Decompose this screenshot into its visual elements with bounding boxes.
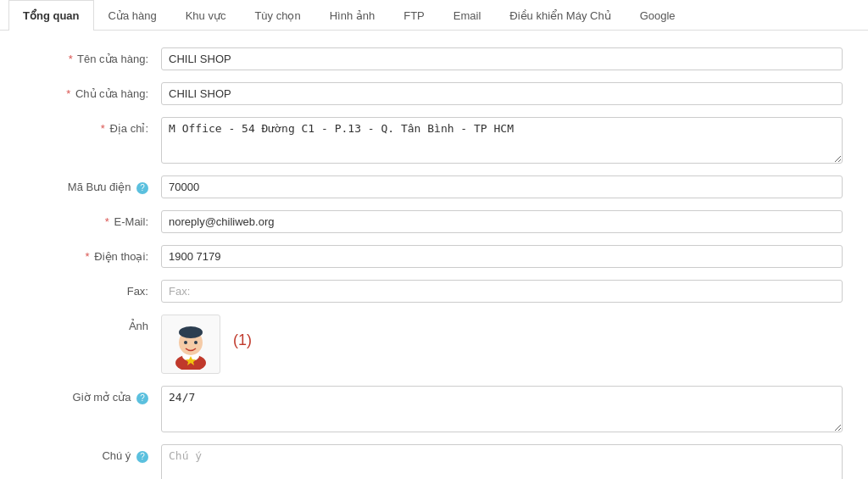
required-star-3: * [101,122,105,135]
email-row: * E-Mail: [25,210,843,233]
store-name-label: * Tên cửa hàng: [25,47,161,65]
phone-row: * Điện thoại: [25,245,843,268]
required-star-4: * [105,215,109,228]
postal-input[interactable] [161,175,843,198]
tab-tong-quan[interactable]: Tổng quan [8,0,94,31]
tab-cua-hang[interactable]: Cửa hàng [94,0,171,31]
opening-row: Giờ mở cửa ? 24/7 [25,386,843,432]
tab-dieu-khien[interactable]: Điều khiển Máy Chủ [495,0,625,31]
tab-tuy-chon[interactable]: Tùy chọn [240,0,314,31]
store-owner-input[interactable] [161,82,843,105]
postal-label: Mã Bưu điện ? [25,175,161,194]
postal-row: Mã Bưu điện ? [25,175,843,198]
note-input[interactable] [161,444,843,479]
store-owner-label: * Chủ cửa hàng: [25,82,161,100]
tab-khu-vuc[interactable]: Khu vực [171,0,241,31]
image-area: (1) [161,315,252,374]
note-help-icon[interactable]: ? [136,451,148,463]
store-owner-row: * Chủ cửa hàng: [25,82,843,105]
email-label: * E-Mail: [25,210,161,228]
store-name-input[interactable] [161,47,843,70]
svg-point-5 [194,341,198,344]
phone-input[interactable] [161,245,843,268]
tab-google[interactable]: Google [626,0,690,31]
image-label: Ảnh [25,315,161,332]
address-row: * Địa chỉ: M Office - 54 Đường C1 - P.13… [25,117,843,164]
image-row: Ảnh [25,315,843,374]
opening-label: Giờ mở cửa ? [25,386,161,404]
form-content: * Tên cửa hàng: * Chủ cửa hàng: * Địa ch… [0,31,868,479]
fax-label: Fax: [25,280,161,298]
fax-row: Fax: [25,280,843,303]
svg-point-4 [184,341,187,344]
tab-bar: Tổng quan Cửa hàng Khu vực Tùy chọn Hình… [0,0,868,31]
address-input[interactable]: M Office - 54 Đường C1 - P.13 - Q. Tân B… [161,117,843,164]
note-row: Chú ý ? [25,444,843,479]
phone-label: * Điện thoại: [25,245,161,263]
fax-input[interactable] [161,280,843,303]
required-star-5: * [86,250,90,263]
image-marker: (1) [233,315,252,349]
store-name-row: * Tên cửa hàng: [25,47,843,70]
address-label: * Địa chỉ: [25,117,161,135]
image-thumbnail[interactable] [161,315,220,374]
tab-ftp[interactable]: FTP [389,0,439,31]
svg-point-3 [179,326,203,338]
tab-hinh-anh[interactable]: Hình ảnh [315,0,390,31]
note-label: Chú ý ? [25,444,161,463]
email-input[interactable] [161,210,843,233]
required-star: * [69,53,73,65]
opening-help-icon[interactable]: ? [136,393,148,404]
required-star-2: * [66,87,70,100]
avatar-svg [165,319,216,370]
tab-email[interactable]: Email [439,0,496,31]
opening-input[interactable]: 24/7 [161,386,843,432]
postal-help-icon[interactable]: ? [136,182,148,194]
